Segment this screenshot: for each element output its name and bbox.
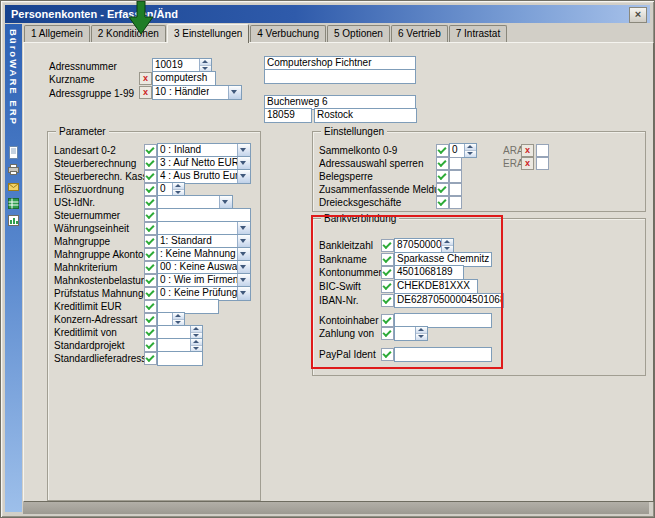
standardlieferadresse-row: Standardlieferadresse bbox=[54, 352, 257, 365]
era-checkbox[interactable] bbox=[536, 157, 549, 170]
mahnkriterium-enable-checkbox[interactable] bbox=[144, 261, 157, 274]
chevron-down-icon bbox=[240, 252, 246, 256]
belegsperre-row: Belegsperre bbox=[319, 170, 642, 183]
mahnkostenbelastung-value: 0 : Wie im Firmenstamm eing bbox=[160, 275, 237, 285]
spin-down-icon[interactable] bbox=[416, 333, 427, 340]
tab-2-konditionen[interactable]: 2 Konditionen bbox=[91, 25, 166, 42]
ara-checkbox[interactable] bbox=[536, 144, 549, 157]
mahnkostenbelastung-enable-checkbox[interactable] bbox=[144, 274, 157, 287]
standardprojekt-enable-checkbox[interactable] bbox=[144, 339, 157, 352]
kontonummer-field[interactable]: 4501068189 bbox=[394, 265, 464, 280]
konzern-adressart-enable-checkbox[interactable] bbox=[144, 313, 157, 326]
paypal-ident-enable-checkbox[interactable] bbox=[381, 348, 394, 361]
zusammenfassende-meldung-enable-checkbox[interactable] bbox=[436, 183, 449, 196]
iban-nr-enable-checkbox[interactable] bbox=[381, 294, 394, 307]
bic-swift-enable-checkbox[interactable] bbox=[381, 280, 394, 293]
sammelkonto-0-9-spin-buttons[interactable] bbox=[464, 144, 476, 157]
spin-down-icon[interactable] bbox=[465, 150, 476, 157]
kontoinhaber-enable-checkbox[interactable] bbox=[381, 314, 394, 327]
kreditlimit-eur-enable-checkbox[interactable] bbox=[144, 300, 157, 313]
kontoinhaber-row: Kontoinhaber bbox=[319, 314, 642, 327]
steuerberechn-kasse-dropdown-button[interactable] bbox=[237, 170, 250, 183]
sammelkonto-0-9-row: Sammelkonto 0-90ARAx bbox=[319, 144, 642, 157]
standardprojekt-label: Standardprojekt bbox=[54, 340, 125, 351]
bankleitzahl-spin-buttons[interactable] bbox=[441, 239, 453, 252]
bic-swift-field[interactable]: CHEKDE81XXX bbox=[394, 279, 478, 294]
chevron-down-icon bbox=[222, 200, 228, 204]
bank-rows: Bankleitzahl87050000BanknameSparkasse Ch… bbox=[313, 219, 645, 375]
tab-5-optionen[interactable]: 5 Optionen bbox=[327, 25, 390, 42]
address-group-value: 10 : Händler bbox=[155, 87, 209, 97]
tab-1-allgemein[interactable]: 1 Allgemein bbox=[24, 25, 90, 42]
landesart-0-2-enable-checkbox[interactable] bbox=[144, 144, 157, 157]
address-group-dropdown-button[interactable] bbox=[228, 86, 241, 99]
bankname-enable-checkbox[interactable] bbox=[381, 253, 394, 266]
mahngruppe-akonto-enable-checkbox[interactable] bbox=[144, 248, 157, 261]
app-window: Personenkonten - Erfassen/Änd × BüroWARE… bbox=[0, 0, 655, 518]
adressauswahl-sperren-checkbox[interactable] bbox=[449, 157, 462, 170]
era-clear-button[interactable]: x bbox=[521, 157, 534, 170]
w-hrungseinheit-enable-checkbox[interactable] bbox=[144, 222, 157, 235]
belegsperre-checkbox[interactable] bbox=[449, 170, 462, 183]
city-field[interactable]: Rostock bbox=[314, 108, 417, 123]
iban-nr-field[interactable]: DE62870500004501068189 bbox=[394, 293, 504, 308]
excel-icon[interactable] bbox=[7, 197, 20, 210]
bic-swift-row: BIC-SwiftCHEKDE81XXX bbox=[319, 280, 642, 293]
pr-fstatus-mahnungen-dropdown-button[interactable] bbox=[237, 287, 250, 300]
belegsperre-label: Belegsperre bbox=[319, 171, 373, 182]
close-button[interactable]: × bbox=[629, 7, 647, 23]
sammelkonto-0-9-field[interactable]: 0 bbox=[449, 143, 477, 158]
address-group-clear-button[interactable]: x bbox=[139, 86, 152, 99]
spin-down-icon[interactable] bbox=[442, 245, 453, 252]
bic-swift-label: BIC-Swift bbox=[319, 281, 361, 292]
short-name-value: computersh bbox=[155, 73, 207, 83]
tab-7-intrastat[interactable]: 7 Intrastat bbox=[449, 25, 507, 42]
title-bar[interactable]: Personenkonten - Erfassen/Änd × bbox=[5, 5, 650, 23]
sammelkonto-0-9-enable-checkbox[interactable] bbox=[436, 144, 449, 157]
kreditlimit-eur-row: Kreditlimit EUR bbox=[54, 300, 257, 313]
zahlung-von-field[interactable] bbox=[394, 326, 428, 341]
standardlieferadresse-field[interactable] bbox=[157, 351, 203, 366]
steuerberechn-kasse-enable-checkbox[interactable] bbox=[144, 170, 157, 183]
belegsperre-enable-checkbox[interactable] bbox=[436, 170, 449, 183]
steuerberechn-kasse-row: Steuerberechn. Kasse4 : Aus Brutto Euro bbox=[54, 170, 257, 183]
document-icon[interactable] bbox=[7, 146, 20, 159]
zusammenfassende-meldung-checkbox[interactable] bbox=[449, 183, 462, 196]
zahlung-von-row: Zahlung von bbox=[319, 327, 642, 340]
tab-3-einstellungen[interactable]: 3 Einstellungen bbox=[167, 24, 249, 43]
zahlung-von-spin-buttons[interactable] bbox=[415, 327, 427, 340]
mail-icon[interactable] bbox=[7, 180, 20, 193]
short-name-label: Kurzname bbox=[49, 74, 95, 85]
kreditlimit-von-enable-checkbox[interactable] bbox=[144, 326, 157, 339]
printer-icon[interactable] bbox=[7, 163, 20, 176]
zip-field[interactable]: 18059 bbox=[264, 108, 312, 123]
bankleitzahl-field[interactable]: 87050000 bbox=[394, 238, 454, 253]
company-name2-field[interactable] bbox=[264, 69, 416, 84]
zahlung-von-enable-checkbox[interactable] bbox=[381, 327, 394, 340]
dreiecksgesch-fte-enable-checkbox[interactable] bbox=[436, 196, 449, 209]
erl-szuordnung-enable-checkbox[interactable] bbox=[144, 183, 157, 196]
pr-fstatus-mahnungen-enable-checkbox[interactable] bbox=[144, 287, 157, 300]
chevron-down-icon bbox=[240, 148, 246, 152]
adressauswahl-sperren-enable-checkbox[interactable] bbox=[436, 157, 449, 170]
mahngruppe-akonto-label: Mahngruppe Akonto bbox=[54, 249, 144, 260]
mahngruppe-enable-checkbox[interactable] bbox=[144, 235, 157, 248]
konzern-adressart-label: Konzern-Adressart bbox=[54, 314, 137, 325]
tab-6-vertrieb[interactable]: 6 Vertrieb bbox=[391, 25, 448, 42]
short-name-field[interactable]: computersh bbox=[152, 71, 216, 86]
dreiecksgesch-fte-checkbox[interactable] bbox=[449, 196, 462, 209]
bankleitzahl-label: Bankleitzahl bbox=[319, 240, 373, 251]
bankleitzahl-enable-checkbox[interactable] bbox=[381, 239, 394, 252]
short-name-clear-button[interactable]: x bbox=[139, 72, 152, 85]
kontonummer-enable-checkbox[interactable] bbox=[381, 266, 394, 279]
paypal-ident-field[interactable] bbox=[394, 347, 492, 362]
tab-4-verbuchung[interactable]: 4 Verbuchung bbox=[250, 25, 326, 42]
standardlieferadresse-enable-checkbox[interactable] bbox=[144, 352, 157, 365]
ust-idnr-enable-checkbox[interactable] bbox=[144, 196, 157, 209]
erl-szuordnung-value: 0 bbox=[160, 184, 166, 194]
address-group-field[interactable]: 10 : Händler bbox=[152, 85, 242, 100]
steuerberechnung-enable-checkbox[interactable] bbox=[144, 157, 157, 170]
chart-icon[interactable] bbox=[7, 214, 20, 227]
steuernummer-enable-checkbox[interactable] bbox=[144, 209, 157, 222]
ara-clear-button[interactable]: x bbox=[521, 144, 534, 157]
